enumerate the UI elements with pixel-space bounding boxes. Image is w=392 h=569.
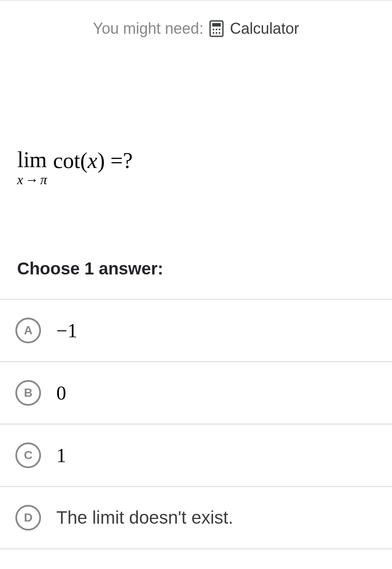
lim-var: x [17,172,23,187]
func-arg: x [88,148,97,173]
limit-expression: lim x→π cot(x) =? [17,149,375,186]
choice-text-a: −1 [56,319,77,342]
question-area: lim x→π cot(x) =? [0,50,392,186]
choice-letter-d: D [15,505,41,531]
svg-point-2 [213,29,214,30]
lim-label: lim [17,149,47,171]
answer-choices: A −1 B 0 C 1 D The limit doesn't exist. [0,299,392,549]
choice-a[interactable]: A −1 [0,300,392,362]
lim-subscript: x→π [17,173,47,186]
hint-prefix: You might need: [93,20,204,38]
hint-bar: You might need: Calculator [0,1,392,50]
choice-c[interactable]: C 1 [0,425,392,487]
choice-text-d: The limit doesn't exist. [56,507,233,528]
exercise-container: You might need: Calculator lim x→π [0,0,392,549]
choice-d[interactable]: D The limit doesn't exist. [0,487,392,549]
lim-target: π [40,172,47,187]
choice-text-c: 1 [56,444,66,467]
choice-letter-b: B [15,380,41,406]
arrow-icon: → [23,172,40,187]
svg-point-4 [219,29,220,30]
choice-text-b: 0 [56,382,66,404]
choice-letter-a: A [15,318,41,343]
svg-point-3 [216,29,217,30]
equals-question: =? [105,148,133,173]
calculator-link[interactable]: Calculator [230,20,299,38]
choose-prompt: Choose 1 answer: [0,186,392,299]
choice-letter-c: C [15,442,41,468]
svg-point-6 [216,32,217,34]
limit-operator: lim x→π [17,149,47,186]
calculator-icon [209,20,224,37]
function-part: cot(x) =? [53,149,133,172]
svg-rect-1 [212,23,221,27]
svg-point-5 [213,32,214,34]
svg-point-7 [219,32,220,34]
func-name: cot [53,148,80,173]
choice-b[interactable]: B 0 [0,362,392,425]
